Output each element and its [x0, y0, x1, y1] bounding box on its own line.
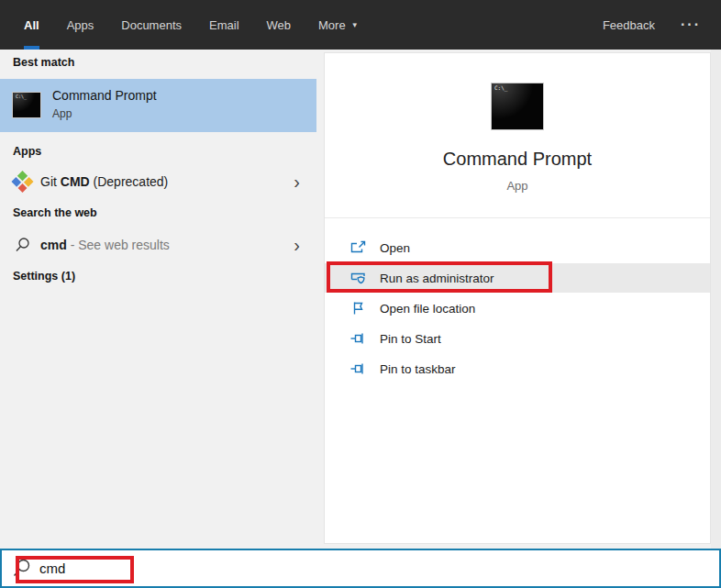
more-options-icon[interactable]: ··· — [681, 17, 701, 33]
tab-more[interactable]: More ▼ — [318, 0, 359, 50]
app-preview-panel: C:\_ Command Prompt App Open Run as — [324, 52, 711, 544]
search-input[interactable] — [39, 560, 590, 576]
tab-email[interactable]: Email — [209, 0, 239, 50]
chevron-right-icon[interactable]: › — [294, 236, 300, 254]
command-prompt-icon: C:\_ — [12, 92, 41, 118]
action-pin-to-start[interactable]: Pin to Start — [325, 324, 710, 353]
tab-all[interactable]: All — [24, 0, 39, 50]
action-run-as-administrator[interactable]: Run as administrator — [325, 263, 710, 293]
command-prompt-icon-large: C:\_ — [491, 83, 544, 130]
windows-search-panel: All Apps Documents Email Web More ▼ Feed… — [0, 0, 721, 588]
best-match-header: Best match — [13, 56, 74, 69]
settings-section-header: Settings (1) — [13, 270, 75, 283]
feedback-button[interactable]: Feedback — [603, 18, 655, 32]
chevron-right-icon[interactable]: › — [294, 172, 300, 191]
search-web-header: Search the web — [13, 206, 97, 219]
preview-divider — [325, 217, 710, 218]
caret-down-icon: ▼ — [351, 21, 359, 29]
best-match-title: Command Prompt — [52, 88, 157, 103]
action-open[interactable]: Open — [325, 233, 710, 262]
search-icon — [12, 558, 32, 580]
git-cmd-label-suffix: (Deprecated) — [90, 174, 169, 189]
action-pin-to-taskbar[interactable]: Pin to taskbar — [325, 354, 710, 383]
open-icon — [350, 240, 366, 255]
scrollbar-gutter[interactable] — [711, 50, 721, 549]
pin-icon — [350, 361, 366, 376]
tab-documents[interactable]: Documents — [121, 0, 182, 50]
app-actions-list: Open Run as administrator Open file loca… — [325, 233, 710, 384]
search-icon — [15, 237, 31, 253]
pin-icon — [350, 331, 366, 346]
shield-icon — [350, 271, 366, 285]
tab-apps[interactable]: Apps — [67, 0, 94, 50]
folder-location-icon — [350, 301, 366, 316]
search-filter-bar: All Apps Documents Email Web More ▼ Feed… — [0, 0, 721, 50]
preview-app-title: Command Prompt — [325, 149, 710, 170]
git-cmd-label-match: CMD — [61, 174, 90, 189]
action-open-label: Open — [380, 241, 410, 255]
tab-more-label: More — [318, 18, 346, 32]
result-web-search-cmd[interactable]: cmd - See web results › — [0, 227, 316, 262]
taskbar-search-box[interactable] — [0, 549, 721, 588]
best-match-subtitle: App — [52, 107, 72, 120]
search-results-panel: Best match C:\_ Command Prompt App Apps … — [0, 50, 324, 549]
action-run-as-administrator-label: Run as administrator — [380, 272, 494, 285]
tab-web[interactable]: Web — [267, 0, 292, 50]
best-match-result-command-prompt[interactable]: C:\_ Command Prompt App — [0, 79, 316, 132]
git-cmd-label-prefix: Git — [40, 174, 61, 189]
action-pin-to-start-label: Pin to Start — [380, 332, 441, 346]
result-git-cmd[interactable]: Git CMD (Deprecated) › — [0, 165, 316, 198]
preview-app-subtitle: App — [325, 179, 710, 193]
git-cmd-icon — [11, 171, 33, 193]
action-pin-to-taskbar-label: Pin to taskbar — [380, 362, 456, 376]
apps-section-header: Apps — [13, 145, 41, 158]
web-search-suffix: - See web results — [67, 238, 170, 252]
web-search-query: cmd — [40, 238, 67, 252]
action-open-file-location[interactable]: Open file location — [325, 294, 710, 323]
action-open-file-location-label: Open file location — [380, 302, 475, 316]
